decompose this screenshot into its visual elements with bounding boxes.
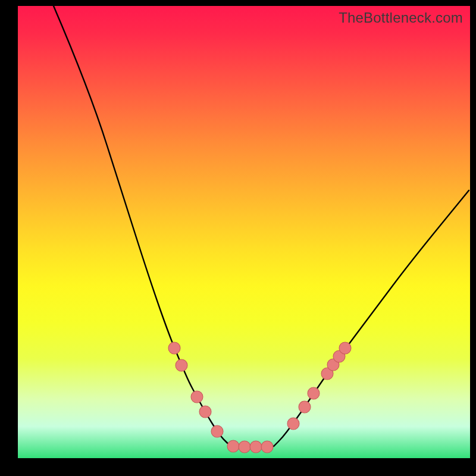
- curve-group: [54, 6, 469, 446]
- data-marker: [191, 391, 203, 403]
- bottleneck-chart: [18, 6, 470, 458]
- data-marker: [176, 359, 187, 371]
- data-marker: [199, 406, 211, 418]
- data-marker: [339, 342, 351, 354]
- chart-frame: TheBottleneck.com: [0, 0, 476, 476]
- data-marker: [308, 387, 320, 399]
- data-marker: [287, 418, 299, 430]
- data-marker: [250, 441, 262, 453]
- data-marker: [227, 440, 239, 452]
- bottleneck-curve: [54, 6, 469, 446]
- markers-group: [168, 342, 351, 453]
- data-marker: [211, 425, 223, 437]
- data-marker: [261, 441, 273, 453]
- data-marker: [239, 441, 250, 453]
- data-marker: [299, 401, 311, 413]
- plot-area: TheBottleneck.com: [18, 6, 470, 458]
- data-marker: [168, 342, 180, 354]
